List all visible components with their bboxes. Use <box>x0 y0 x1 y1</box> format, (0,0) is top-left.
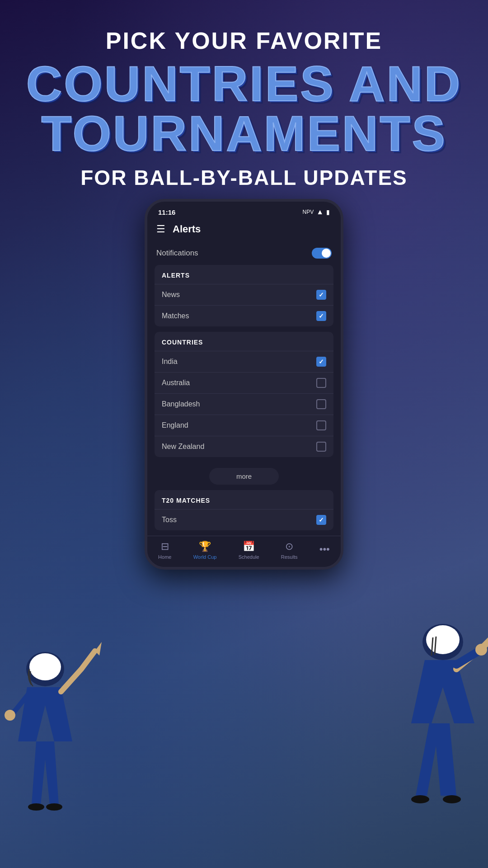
nav-results[interactable]: ⊙ Results <box>281 541 298 560</box>
more-dots-icon: ••• <box>319 543 330 555</box>
notifications-row: Notifications <box>155 241 333 265</box>
countries-card: COUNTRIES India ✓ Australia Bangladesh <box>155 332 333 457</box>
status-icons: NPV ▲ ▮ <box>302 208 330 216</box>
more-button-wrapper: more <box>155 462 333 490</box>
nav-worldcup-label: World Cup <box>193 554 217 560</box>
hero-tagline: FOR BALL-BY-BALL UPDATES <box>18 165 470 190</box>
status-time: 11:16 <box>158 208 175 216</box>
notifications-toggle[interactable] <box>312 248 332 259</box>
alerts-section-title: ALERTS <box>162 272 190 279</box>
cricket-player-right <box>366 606 488 841</box>
svg-point-6 <box>426 625 460 654</box>
svg-point-3 <box>46 803 62 811</box>
country-england-row[interactable]: England <box>155 415 333 436</box>
more-button[interactable]: more <box>209 468 279 485</box>
t20-card: T20 MATCHES Toss ✓ <box>155 490 333 530</box>
hero-title-line1: COUNTRIES AND <box>18 59 470 108</box>
t20-toss-label: Toss <box>162 516 177 524</box>
country-bangladesh-row[interactable]: Bangladesh <box>155 393 333 415</box>
wifi-icon: ▲ <box>316 208 324 216</box>
svg-point-11 <box>443 795 461 803</box>
svg-point-1 <box>29 653 61 680</box>
countries-section-title: COUNTRIES <box>162 339 203 346</box>
nav-schedule[interactable]: 📅 Schedule <box>239 541 259 560</box>
country-england-checkbox[interactable] <box>316 420 326 430</box>
nav-home[interactable]: ⊟ Home <box>158 541 171 560</box>
alerts-matches-checkbox[interactable]: ✓ <box>316 311 326 321</box>
status-extras: NPV <box>302 209 314 215</box>
app-header-title: Alerts <box>173 223 201 235</box>
phone-screen: 11:16 NPV ▲ ▮ ☰ Alerts Notifications ALE… <box>145 199 343 570</box>
t20-toss-checkbox[interactable]: ✓ <box>316 515 326 525</box>
svg-point-10 <box>411 795 429 803</box>
home-icon: ⊟ <box>161 541 169 552</box>
status-bar: 11:16 NPV ▲ ▮ <box>147 202 341 219</box>
t20-section-title: T20 MATCHES <box>162 497 210 504</box>
phone-mockup: 11:16 NPV ▲ ▮ ☰ Alerts Notifications ALE… <box>145 199 343 570</box>
country-india-checkbox[interactable]: ✓ <box>316 357 326 367</box>
country-bangladesh-label: Bangladesh <box>162 400 200 408</box>
app-header: ☰ Alerts <box>147 219 341 241</box>
hero-section: PICK YOUR FAVORITE COUNTRIES AND TOURNAM… <box>0 0 488 199</box>
country-newzealand-row[interactable]: New Zealand <box>155 436 333 457</box>
checkmark-icon: ✓ <box>319 291 324 298</box>
worldcup-icon: 🏆 <box>199 541 211 552</box>
country-newzealand-checkbox[interactable] <box>316 442 326 452</box>
battery-icon: ▮ <box>326 208 330 216</box>
nav-schedule-label: Schedule <box>239 554 259 560</box>
nav-home-label: Home <box>158 554 171 560</box>
notifications-label: Notifications <box>156 249 198 258</box>
checkmark-toss: ✓ <box>319 516 324 524</box>
checkmark-india: ✓ <box>319 358 324 365</box>
results-icon: ⊙ <box>285 541 293 552</box>
alerts-card: ALERTS News ✓ Matches ✓ <box>155 265 333 326</box>
alerts-news-label: News <box>162 291 180 299</box>
country-australia-label: Australia <box>162 379 190 387</box>
alerts-card-header: ALERTS <box>155 265 333 284</box>
alerts-matches-label: Matches <box>162 312 189 320</box>
t20-card-header: T20 MATCHES <box>155 490 333 509</box>
country-australia-row[interactable]: Australia <box>155 372 333 393</box>
alerts-news-row[interactable]: News ✓ <box>155 284 333 305</box>
alerts-news-checkbox[interactable]: ✓ <box>316 290 326 300</box>
hero-title-line2: TOURNAMENTS <box>18 108 470 158</box>
checkmark-icon-2: ✓ <box>319 312 324 320</box>
nav-results-label: Results <box>281 554 298 560</box>
svg-point-12 <box>475 644 487 656</box>
country-india-label: India <box>162 358 178 366</box>
app-content: Notifications ALERTS News ✓ Matches ✓ <box>147 241 341 536</box>
nav-more[interactable]: ••• <box>319 543 330 557</box>
svg-point-4 <box>5 710 15 721</box>
country-england-label: England <box>162 421 188 429</box>
country-australia-checkbox[interactable] <box>316 378 326 388</box>
svg-point-2 <box>28 803 44 811</box>
nav-worldcup[interactable]: 🏆 World Cup <box>193 541 217 560</box>
country-newzealand-label: New Zealand <box>162 443 204 451</box>
hero-pick-label: PICK YOUR FAVORITE <box>18 27 470 54</box>
alerts-matches-row[interactable]: Matches ✓ <box>155 305 333 326</box>
country-india-row[interactable]: India ✓ <box>155 351 333 372</box>
country-bangladesh-checkbox[interactable] <box>316 399 326 409</box>
cricket-player-left <box>0 615 117 841</box>
countries-card-header: COUNTRIES <box>155 332 333 351</box>
schedule-icon: 📅 <box>243 541 255 552</box>
hamburger-icon[interactable]: ☰ <box>156 223 165 235</box>
bottom-nav: ⊟ Home 🏆 World Cup 📅 Schedule ⊙ Results … <box>147 536 341 567</box>
t20-toss-row[interactable]: Toss ✓ <box>155 509 333 530</box>
